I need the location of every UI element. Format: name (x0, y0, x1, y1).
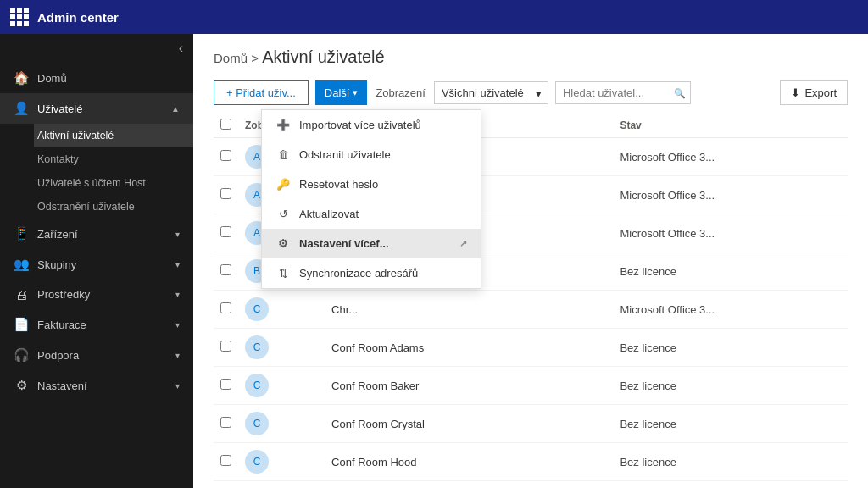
row-status: Bez licence (613, 443, 848, 481)
dropdown-menu: ➕ Importovat více uživatelů 🗑 Odstranit … (261, 109, 481, 289)
resources-icon: 🖨 (14, 287, 29, 302)
add-user-button[interactable]: + Přidat uživ... (214, 80, 309, 105)
row-checkbox[interactable] (220, 417, 231, 428)
search-input[interactable] (555, 81, 691, 104)
row-checkbox-cell (214, 443, 238, 481)
reset-icon: 🔑 (275, 178, 291, 191)
row-status: Bez licence (613, 367, 848, 405)
content-area: Domů > Aktivní uživatelé + Přidat uživ..… (193, 34, 868, 488)
update-icon: ↺ (275, 208, 291, 220)
row-avatar: C (238, 329, 325, 367)
dropdown-item-mfa[interactable]: ⚙ Nastavení vícef... ↗ (262, 229, 481, 258)
table-row: C Conf Room Rainier Bez licence (214, 481, 848, 489)
table-row: C Chr... Microsoft Office 3... (214, 291, 848, 329)
row-avatar: C (238, 481, 325, 489)
sync-icon: ⇅ (275, 267, 291, 280)
row-checkbox-cell (214, 176, 238, 214)
table-row: C Conf Room Adams Bez licence (214, 329, 848, 367)
row-status: Microsoft Office 3... (613, 214, 848, 252)
billing-icon: 📄 (14, 317, 29, 332)
chevron-down-icon: ▾ (175, 351, 180, 360)
dropdown-item-update[interactable]: ↺ Aktualizovat (262, 199, 481, 229)
sidebar-sub-item-host[interactable]: Uživatelé s účtem Host (37, 171, 193, 195)
sidebar-item-zarizeni[interactable]: 📱 Zařízení ▾ (0, 219, 193, 249)
table-row: C Conf Room Baker Bez licence (214, 367, 848, 405)
external-link-icon: ↗ (459, 238, 467, 249)
topbar: Admin center (0, 0, 868, 34)
row-checkbox[interactable] (220, 264, 231, 275)
sidebar-item-label: Uživatelé (37, 103, 163, 115)
view-select-wrapper: Všichni uživatelé (434, 81, 548, 104)
row-checkbox[interactable] (220, 188, 231, 199)
dropdown-item-sync[interactable]: ⇅ Synchronizace adresářů (262, 258, 481, 288)
row-avatar: C (238, 367, 325, 405)
row-checkbox[interactable] (220, 379, 231, 390)
sidebar-sub-item-kontakty[interactable]: Kontakty (37, 147, 193, 171)
device-icon: 📱 (14, 226, 29, 241)
chevron-down-icon: ▾ (175, 260, 180, 269)
col-header-checkbox (214, 114, 238, 138)
sidebar-item-label: Podpora (37, 349, 167, 362)
row-checkbox[interactable] (220, 341, 231, 352)
row-name: Chr... (325, 291, 613, 329)
chevron-down-icon: ▾ (175, 290, 180, 299)
chevron-down-icon: ▾ (175, 381, 180, 391)
dropdown-item-label: Importovat více uživatelů (299, 119, 421, 131)
row-checkbox-cell (214, 291, 238, 329)
toolbar: + Přidat uživ... Další ▾ Zobrazení Všich… (193, 74, 868, 114)
row-checkbox[interactable] (220, 302, 231, 313)
main-layout: ‹ 🏠 Domů 👤 Uživatelé ▲ Aktivní uživatelé… (0, 34, 868, 488)
row-checkbox[interactable] (220, 455, 231, 466)
row-avatar: C (238, 443, 325, 481)
row-checkbox-cell (214, 405, 238, 443)
delete-icon: 🗑 (275, 148, 291, 161)
dalsi-button[interactable]: Další ▾ (315, 80, 368, 105)
dropdown-item-delete[interactable]: 🗑 Odstranit uživatele (262, 140, 481, 169)
home-icon: 🏠 (14, 70, 29, 86)
settings-icon: ⚙ (14, 378, 29, 393)
sidebar-sub-item-aktivni[interactable]: Aktivní uživatelé (34, 124, 193, 147)
table-row: C Conf Room Hood Bez licence (214, 443, 848, 481)
row-checkbox-cell (214, 481, 238, 489)
row-checkbox-cell (214, 138, 238, 176)
sidebar-item-nastaveni[interactable]: ⚙ Nastavení ▾ (0, 370, 193, 401)
breadcrumb-home[interactable]: Domů (214, 51, 248, 65)
sidebar-sub-item-odstraneni[interactable]: Odstranění uživatele (37, 195, 193, 219)
table-row: C Conf Room Crystal Bez licence (214, 405, 848, 443)
dalsi-label: Další (325, 86, 350, 99)
row-name: Conf Room Adams (325, 329, 613, 367)
sidebar-item-label: Fakturace (37, 319, 167, 331)
sidebar-item-fakturace[interactable]: 📄 Fakturace ▾ (0, 309, 193, 340)
sidebar-item-domu[interactable]: 🏠 Domů (0, 63, 193, 93)
dropdown-item-import[interactable]: ➕ Importovat více uživatelů (262, 110, 481, 140)
sidebar: ‹ 🏠 Domů 👤 Uživatelé ▲ Aktivní uživatelé… (0, 34, 193, 488)
dropdown-item-label: Synchronizace adresářů (299, 267, 418, 280)
sidebar-collapse: ‹ (0, 34, 193, 63)
export-button[interactable]: ⬇ Export (780, 80, 848, 105)
row-status: Bez licence (613, 252, 848, 291)
collapse-button[interactable]: ‹ (179, 41, 183, 56)
sidebar-item-uzivatele[interactable]: 👤 Uživatelé ▲ (0, 93, 193, 124)
dropdown-item-reset[interactable]: 🔑 Resetovat heslo (262, 169, 481, 199)
row-name: Conf Room Rainier (325, 481, 613, 489)
col-header-status: Stav (613, 114, 848, 138)
row-checkbox[interactable] (220, 226, 231, 237)
waffle-icon[interactable] (10, 8, 29, 26)
select-all-checkbox[interactable] (220, 119, 231, 130)
import-icon: ➕ (275, 119, 291, 131)
support-icon: 🎧 (14, 347, 29, 363)
breadcrumb-separator: > (248, 51, 262, 65)
zobrazeni-label: Zobrazení (374, 81, 427, 104)
row-checkbox-cell (214, 329, 238, 367)
user-icon: 👤 (14, 101, 29, 116)
app-title: Admin center (37, 10, 119, 25)
sidebar-item-podpora[interactable]: 🎧 Podpora ▾ (0, 340, 193, 370)
sidebar-sub-uzivatele: Aktivní uživatelé Kontakty Uživatelé s ú… (0, 124, 193, 219)
sidebar-item-label: Zařízení (37, 228, 167, 241)
view-select[interactable]: Všichni uživatelé (434, 81, 548, 104)
mfa-icon: ⚙ (275, 237, 291, 250)
sidebar-item-prostredky[interactable]: 🖨 Prostředky ▾ (0, 280, 193, 309)
row-checkbox[interactable] (220, 150, 231, 161)
chevron-up-icon: ▲ (171, 104, 180, 114)
sidebar-item-skupiny[interactable]: 👥 Skupiny ▾ (0, 249, 193, 280)
